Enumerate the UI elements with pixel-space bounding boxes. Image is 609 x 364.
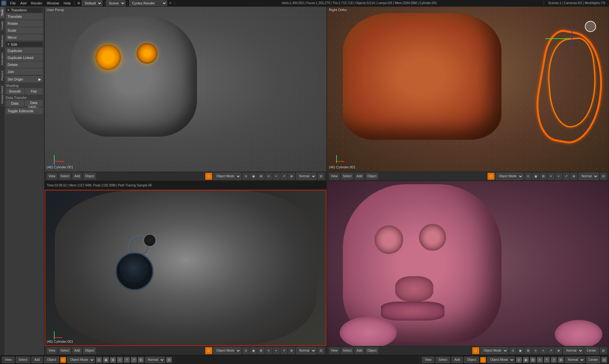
- mirror-btn[interactable]: Mirror: [6, 34, 43, 41]
- menu-help[interactable]: Help: [62, 0, 73, 6]
- translate-btn[interactable]: Translate: [6, 13, 43, 20]
- status-r-mode-select[interactable]: Object Mode: [487, 357, 515, 363]
- status-r-normal-select[interactable]: Normal: [565, 357, 585, 363]
- scale-btn[interactable]: Scale: [6, 27, 43, 34]
- set-origin-btn[interactable]: Set Origin ▶: [6, 76, 43, 82]
- layout-select[interactable]: Default: [82, 0, 102, 6]
- vp-tr-mode-select[interactable]: Object Mode: [496, 173, 523, 180]
- status-r-icon-6[interactable]: ↗: [551, 357, 557, 363]
- vtab-physics[interactable]: Physics: [0, 68, 4, 83]
- status-r-icon-7[interactable]: ⊕: [558, 357, 564, 363]
- vp-bl-select-btn[interactable]: Select: [59, 347, 71, 354]
- status-r-view-btn[interactable]: View: [422, 357, 435, 363]
- duplicate-linked-btn[interactable]: Duplicate Linked: [6, 55, 43, 61]
- vp-br-mode-select[interactable]: Object Mode: [481, 347, 508, 354]
- status-normal-select[interactable]: Normal: [145, 357, 165, 363]
- vp-bl-icon-7[interactable]: ⊕: [288, 347, 295, 354]
- menu-file[interactable]: File: [8, 0, 18, 6]
- status-icon-4[interactable]: ≡: [117, 357, 123, 363]
- status-r-icon-1[interactable]: ⊙: [516, 357, 522, 363]
- vp-tr-icon-last[interactable]: ⊟: [600, 173, 607, 180]
- vp-br-normal-select[interactable]: Normal: [563, 347, 583, 354]
- status-object-btn[interactable]: Object: [44, 357, 59, 363]
- status-r-icon-4[interactable]: ≡: [537, 357, 543, 363]
- vtab-tools[interactable]: Tools: [0, 6, 4, 18]
- vp-tl-icon-1[interactable]: ⊙: [242, 173, 249, 180]
- viewport-top-right[interactable]: Right Ortho (46) Cylinder.001 View Selec…: [327, 6, 609, 181]
- duplicate-btn[interactable]: Duplicate: [6, 48, 43, 54]
- status-select-btn[interactable]: Select: [16, 357, 30, 363]
- vp-tr-icon-6[interactable]: ↗: [563, 173, 570, 180]
- vp-tr-viewport-icon[interactable]: ⬡: [488, 173, 494, 180]
- status-viewport-icon[interactable]: ⬡: [60, 357, 66, 363]
- vp-br-select-btn[interactable]: Select: [341, 347, 354, 354]
- vp-bl-viewport-icon[interactable]: ⬡: [205, 347, 212, 354]
- vp-tl-object-btn[interactable]: Object: [83, 173, 96, 180]
- vp-bl-add-btn[interactable]: Add: [72, 347, 82, 354]
- vp-bl-normal-select[interactable]: Normal: [296, 347, 316, 354]
- vp-tl-mode-select[interactable]: Object Mode: [213, 173, 241, 180]
- data-layo-btn[interactable]: Data Layo...: [25, 100, 43, 107]
- vp-br-object-btn[interactable]: Object: [365, 347, 378, 354]
- vp-bl-icon-3[interactable]: ⊞: [258, 347, 265, 354]
- status-icon-3[interactable]: ⊞: [110, 357, 116, 363]
- vtab-animation[interactable]: Animation: [0, 50, 4, 68]
- vp-tr-icon-4[interactable]: ≡: [547, 173, 554, 180]
- rotate-btn[interactable]: Rotate: [6, 20, 43, 27]
- flat-btn[interactable]: Flat: [25, 88, 43, 94]
- vp-tl-normal-select[interactable]: Normal: [296, 173, 316, 180]
- vp-tl-view-btn[interactable]: View: [47, 173, 57, 180]
- vp-bl-icon-2[interactable]: ◉: [250, 347, 257, 354]
- vtab-relations[interactable]: Relations: [0, 32, 4, 50]
- vp-bl-view-btn[interactable]: View: [47, 347, 57, 354]
- vp-br-view-btn[interactable]: View: [329, 347, 340, 354]
- status-r-icon-2[interactable]: ◉: [523, 357, 529, 363]
- vp-tr-add-btn[interactable]: Add: [355, 173, 364, 180]
- status-icon-1[interactable]: ⊙: [96, 357, 102, 363]
- smooth-btn[interactable]: Smooth: [6, 88, 24, 94]
- delete-btn[interactable]: Delete: [6, 62, 43, 68]
- vp-br-icon-2[interactable]: ◉: [517, 347, 524, 354]
- vp-tr-icon-7[interactable]: ⊕: [570, 173, 577, 180]
- vp-br-icon-1[interactable]: ⊙: [509, 347, 516, 354]
- vp-tr-icon-2[interactable]: ◉: [532, 173, 539, 180]
- menu-add[interactable]: Add: [18, 0, 29, 6]
- status-r-center-btn[interactable]: Center: [586, 356, 600, 363]
- vtab-create[interactable]: Create: [0, 18, 4, 32]
- vp-tl-icon-7[interactable]: ⊕: [288, 173, 295, 180]
- status-r-add-btn[interactable]: Add: [451, 357, 463, 363]
- vp-tl-icon-last[interactable]: ⊟: [318, 173, 324, 180]
- vp-bl-object-btn[interactable]: Object: [83, 347, 96, 354]
- status-r-viewport-icon[interactable]: ⬡: [480, 357, 486, 363]
- blender-logo-icon[interactable]: 🔵: [1, 1, 6, 6]
- transform-header[interactable]: ▼ Transform: [6, 8, 43, 13]
- render-engine-select[interactable]: Cycles Render: [129, 0, 167, 6]
- scene-select[interactable]: Scene: [106, 0, 126, 6]
- vp-bl-icon-4[interactable]: ≡: [265, 347, 272, 354]
- vtab-grease-pencil[interactable]: Grease Pencil: [0, 83, 4, 107]
- vp-bl-mode-select[interactable]: Object Mode: [213, 347, 241, 354]
- vp-tr-view-btn[interactable]: View: [329, 173, 340, 180]
- vp-tl-icon-4[interactable]: ≡: [265, 173, 272, 180]
- vp-tl-viewport-icon[interactable]: ⬡: [205, 173, 212, 180]
- vp-tr-select-btn[interactable]: Select: [341, 173, 354, 180]
- vp-bl-icon-5[interactable]: ⌖: [273, 347, 280, 354]
- status-add-btn[interactable]: Add: [31, 357, 43, 363]
- vp-br-icon-6[interactable]: ↗: [547, 347, 554, 354]
- vp-br-icon-7[interactable]: ⊕: [555, 347, 562, 354]
- vp-br-icon-last[interactable]: ⊟: [600, 347, 607, 354]
- vp-tr-icon-1[interactable]: ⊙: [525, 173, 532, 180]
- viewport-bottom-right[interactable]: View Select Add Object ⬡ Object Mode ⊙ ◉…: [327, 181, 609, 355]
- status-view-btn[interactable]: View: [2, 357, 15, 363]
- vp-br-icon-4[interactable]: ≡: [532, 347, 539, 354]
- status-icon-last[interactable]: ⊟: [166, 357, 172, 363]
- toggle-editmode-btn[interactable]: Toggle Editmode: [6, 108, 43, 114]
- vp-tr-icon-5[interactable]: ⌖: [555, 173, 562, 180]
- status-r-icon-3[interactable]: ⊞: [530, 357, 536, 363]
- vp-tr-object-btn[interactable]: Object: [365, 173, 378, 180]
- status-icon-2[interactable]: ◉: [103, 357, 109, 363]
- viewport-bottom-left[interactable]: Time:02:08.62 | Mem:1157.94M, Peak:1182.…: [44, 181, 327, 355]
- vp-tl-add-btn[interactable]: Add: [72, 173, 82, 180]
- vp-bl-icon-1[interactable]: ⊙: [242, 347, 249, 354]
- vp-tl-icon-5[interactable]: ⌖: [273, 173, 280, 180]
